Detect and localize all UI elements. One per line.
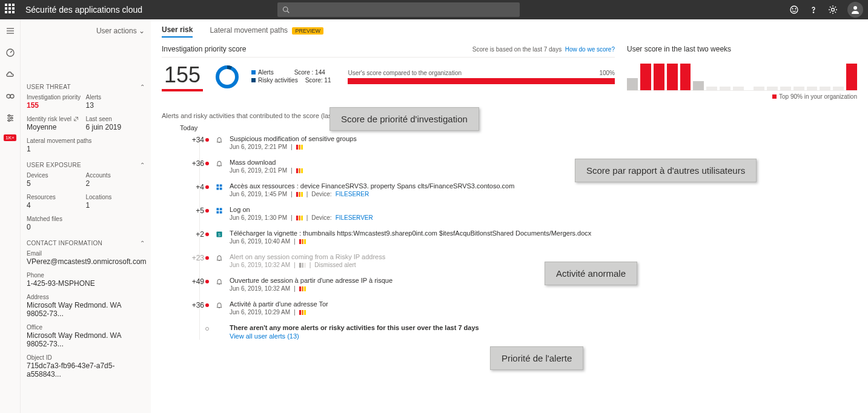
search-icon (282, 6, 290, 13)
dashboard-icon[interactable] (5, 47, 16, 58)
callout-other-users: Score par rapport à d'autres utilisateur… (575, 159, 757, 182)
timeline-item[interactable]: +49Ouverture de session à partir d'une a… (186, 277, 857, 292)
score-hint: Score is based on the last 7 days (472, 46, 562, 53)
timeline-item-score: +23 (186, 253, 204, 262)
investigation-priority-value: 155 (27, 101, 86, 110)
feedback-icon[interactable] (789, 5, 799, 15)
timeline-item[interactable]: +36Activité à partir d'une adresse TorJu… (186, 300, 857, 316)
timeline-item-title: Suspicious modification of sensitive gro… (230, 135, 357, 142)
timeline-item-sub: Jun 6, 2019, 1:30 PM | | Device: FILESER… (230, 214, 373, 221)
global-search[interactable] (277, 2, 520, 17)
app-launcher-icon[interactable] (5, 4, 17, 16)
timeline-dot (205, 209, 209, 213)
identity-risk-value: Moyenne (27, 123, 86, 131)
svg-point-20 (217, 67, 237, 87)
timeline-item[interactable]: +34Suspicious modification of sensitive … (186, 135, 857, 150)
callout-alert-priority: Priorité de l'alerte (490, 346, 583, 370)
top-bar: Sécurité des applications cloud (0, 0, 868, 19)
score-donut-chart (214, 64, 240, 90)
timeline-dot (205, 162, 209, 165)
bars-legend: Top 90% in your organization (779, 93, 857, 100)
device-link[interactable]: FILESERER (336, 191, 369, 197)
user-actions-dropdown[interactable]: User actions ⌄ (27, 27, 145, 35)
email-value[interactable]: VPerez@mcastest9.onmicrosoft.com (27, 257, 145, 266)
timeline-dot (205, 233, 209, 236)
tabs: User risk Lateral movement paths PREVIEW (162, 25, 857, 38)
timeline-end: There aren't any more alerts or risky ac… (186, 324, 857, 340)
timeline-item-score: +36 (186, 300, 204, 309)
alerts-label: Alerts (86, 94, 145, 101)
app-title: Sécurité des applications cloud (25, 5, 142, 15)
accounts-value: 2 (86, 179, 145, 188)
svg-rect-23 (220, 185, 222, 187)
menu-icon[interactable] (5, 25, 16, 36)
object-id-value: 715dc7a3-fb96-43e7-a7d5-a558843... (27, 362, 145, 378)
how-score-link[interactable]: How do we score? (565, 46, 615, 53)
settings-icon[interactable] (828, 5, 838, 15)
tab-lateral-movement[interactable]: Lateral movement paths PREVIEW (210, 26, 323, 37)
investigate-icon[interactable] (5, 91, 16, 102)
timeline-item[interactable]: +23Alert on any session coming from a Ri… (186, 253, 857, 268)
svg-point-6 (831, 8, 834, 12)
timeline-item-sub: Jun 6, 2019, 10:40 AM | (230, 238, 591, 245)
locations-label: Locations (86, 194, 145, 200)
chevron-up-icon[interactable]: ⌃ (140, 240, 145, 246)
activities-header: Alerts and risky activities that contrib… (162, 112, 857, 119)
svg-rect-29 (220, 211, 222, 214)
timeline-item-sub: Jun 6, 2019, 2:21 PM | (230, 144, 357, 150)
timeline-item-title: Télécharger la vignette : thumbnails htt… (230, 230, 591, 237)
device-link[interactable]: FILESERVER (336, 214, 373, 221)
timeline-item-score: +34 (186, 135, 204, 144)
timeline-item-sub: Jun 6, 2019, 1:45 PM | | Device: FILESER… (230, 191, 514, 197)
compare-bar-wrap: User's score compared to the organizatio… (348, 70, 615, 84)
timeline-dot (205, 280, 209, 283)
timeline-item[interactable]: +2STélécharger la vignette : thumbnails … (186, 230, 857, 245)
svg-point-0 (283, 7, 288, 12)
timeline-item-title: Log on (230, 206, 373, 213)
help-icon[interactable] (809, 5, 818, 15)
email-label: Email (27, 250, 145, 257)
timeline-item-score: +36 (186, 159, 204, 168)
identity-risk-label: Identity risk level (27, 116, 86, 122)
svg-rect-25 (220, 188, 222, 190)
control-icon[interactable] (5, 113, 16, 124)
last-seen-value: 6 juin 2019 (86, 123, 145, 131)
svg-rect-22 (217, 185, 219, 187)
chevron-up-icon[interactable]: ⌃ (140, 162, 145, 168)
lmp-value: 1 (27, 145, 145, 153)
cloud-icon[interactable] (5, 69, 16, 80)
timeline-item-sub: Jun 6, 2019, 10:32 AM | (230, 285, 393, 292)
timeline-dot (205, 185, 209, 189)
chevron-down-icon: ⌄ (139, 27, 145, 35)
score-alerts-value: Score : 144 (294, 69, 325, 76)
timeline-dot (205, 138, 209, 142)
timeline-end-text: There aren't any more alerts or risky ac… (230, 324, 479, 331)
office-value: Microsoft Way Redmond. WA 98052-73... (27, 331, 145, 348)
timeline-item-icon (215, 254, 224, 262)
timeline-item-icon (215, 277, 224, 286)
compare-bar (348, 78, 615, 84)
svg-point-5 (813, 12, 813, 13)
svg-line-1 (287, 11, 289, 13)
chevron-up-icon[interactable]: ⌃ (140, 84, 145, 90)
devices-label: Devices (27, 172, 86, 179)
timeline-item-icon (215, 159, 224, 168)
timeline-end-link[interactable]: View all user alerts (13) (230, 332, 479, 340)
score-row: Investigation priority score Score is ba… (162, 45, 857, 100)
timeline-item[interactable]: +5Log onJun 6, 2019, 1:30 PM | | Device:… (186, 206, 857, 221)
callout-abnormal-activity: Activité anormale (545, 262, 637, 285)
legend-risky: Risky activities (258, 77, 298, 84)
svg-point-19 (8, 120, 10, 122)
timeline-item-icon (215, 206, 224, 215)
timeline-item[interactable]: +4Accès aux ressources : device FinanceS… (186, 182, 857, 197)
alerts-badge[interactable]: 1K+ (4, 134, 16, 141)
score-legend: AlertsScore : 144 Risky activitiesScore:… (251, 69, 331, 85)
timeline-item-score: +2 (186, 230, 204, 239)
section-user-exposure: USER EXPOSURE⌃ (27, 162, 145, 168)
external-link-icon (73, 116, 79, 122)
tab-user-risk[interactable]: User risk (162, 25, 193, 38)
side-panel: User actions ⌄ USER THREAT⌃ Investigatio… (21, 19, 151, 413)
lmp-label: Lateral movement paths (27, 137, 145, 144)
user-avatar[interactable] (847, 2, 863, 18)
score-risky-value: Score: 11 (305, 77, 331, 84)
